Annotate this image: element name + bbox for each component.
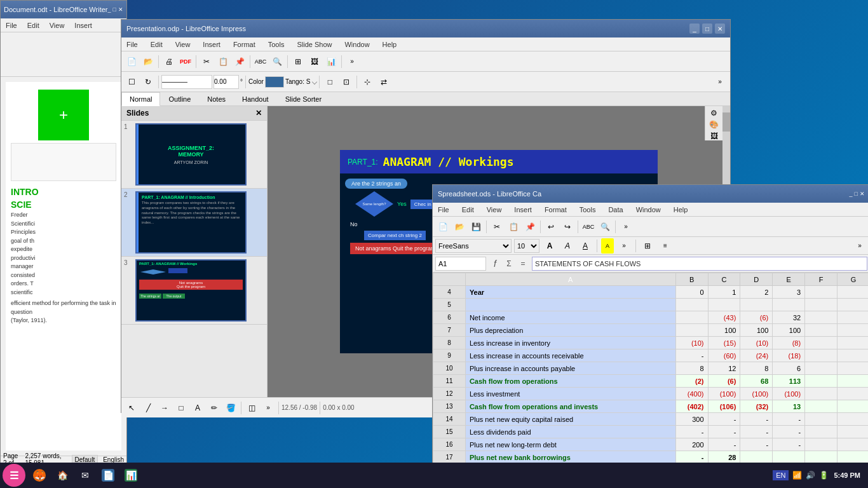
- image-btn[interactable]: 🖼: [307, 54, 322, 69]
- theme-dropdown-arrow[interactable]: [312, 79, 317, 84]
- cell-e14[interactable]: -: [773, 413, 805, 426]
- calc-italic[interactable]: A: [560, 238, 575, 254]
- cell-b15[interactable]: -: [675, 426, 708, 438]
- cell-f5[interactable]: [805, 299, 837, 311]
- cell-d15[interactable]: -: [740, 426, 773, 438]
- zoom-btn[interactable]: 🔍: [269, 54, 285, 69]
- cell-c10[interactable]: 12: [708, 362, 740, 375]
- cell-a9[interactable]: Less increase in accounts receivable: [465, 349, 675, 362]
- calc-merge[interactable]: ⊞: [640, 238, 655, 254]
- cell-f16[interactable]: [805, 438, 837, 451]
- cell-b7[interactable]: [675, 324, 708, 337]
- cell-f6[interactable]: [805, 311, 837, 324]
- cell-b17[interactable]: -: [675, 451, 708, 464]
- col-header-a[interactable]: A: [465, 273, 675, 286]
- cell-g16[interactable]: [837, 438, 868, 451]
- cell-g11[interactable]: [837, 375, 868, 388]
- calc-bold[interactable]: A: [542, 238, 557, 254]
- calc-menu-view[interactable]: View: [484, 205, 505, 215]
- calc-undo[interactable]: ↩: [543, 219, 559, 234]
- styles-icon[interactable]: 🎨: [709, 120, 719, 129]
- cell-f13[interactable]: [805, 400, 837, 413]
- calc-new[interactable]: 📄: [435, 219, 451, 234]
- calc-underline[interactable]: A: [578, 238, 593, 254]
- crop-btn[interactable]: ⊡: [339, 74, 354, 90]
- col-header-e[interactable]: E: [773, 273, 805, 286]
- cell-a10[interactable]: Plus increase in accounts payable: [465, 362, 675, 375]
- cell-g6[interactable]: [837, 311, 868, 324]
- rect-tool[interactable]: □: [173, 400, 189, 416]
- rotate-btn[interactable]: ↻: [140, 74, 156, 90]
- tab-slide-sorter[interactable]: Slide Sorter: [277, 92, 330, 105]
- cell-c16[interactable]: -: [708, 438, 740, 451]
- spellcheck-btn[interactable]: ABC: [253, 54, 268, 69]
- cell-g4[interactable]: [837, 286, 868, 299]
- impress-menu-insert[interactable]: Insert: [200, 39, 223, 50]
- gallery-icon[interactable]: 🖼: [710, 132, 718, 140]
- cell-c5[interactable]: [708, 299, 740, 311]
- cell-b8[interactable]: (10): [675, 337, 708, 349]
- paste-btn[interactable]: 📌: [232, 54, 247, 69]
- cell-a11[interactable]: Cash flow from operations: [465, 375, 675, 388]
- tab-normal[interactable]: Normal: [121, 92, 160, 106]
- cell-g15[interactable]: [837, 426, 868, 438]
- cell-d17[interactable]: [740, 451, 773, 464]
- taskbar-writer[interactable]: 📄: [97, 464, 119, 486]
- calc-menu-insert[interactable]: Insert: [512, 205, 534, 215]
- impress-menu-format[interactable]: Format: [231, 39, 258, 50]
- impress-menu-slideshow[interactable]: Slide Show: [294, 39, 334, 50]
- cell-c15[interactable]: -: [708, 426, 740, 438]
- calc-more2[interactable]: »: [852, 238, 867, 254]
- cell-c17[interactable]: 28: [708, 451, 740, 464]
- cell-a15[interactable]: Less dividends paid: [465, 426, 675, 438]
- cell-b4[interactable]: 0: [675, 286, 708, 299]
- impress-menu-tools[interactable]: Tools: [266, 39, 287, 50]
- cell-g10[interactable]: [837, 362, 868, 375]
- line-tool[interactable]: ╱: [140, 400, 156, 416]
- cell-c4[interactable]: 1: [708, 286, 740, 299]
- more3-btn[interactable]: »: [261, 400, 276, 416]
- cell-d9[interactable]: (24): [740, 349, 773, 362]
- volume-icon[interactable]: 🔊: [806, 471, 815, 480]
- cell-a14[interactable]: Plus net new equity capital raised: [465, 413, 675, 426]
- line-style-input[interactable]: [161, 75, 212, 89]
- cell-c11[interactable]: (6): [708, 375, 740, 388]
- scrollbar-thumb[interactable]: [722, 112, 730, 132]
- calc-spell[interactable]: ABC: [581, 219, 596, 234]
- cell-e11[interactable]: 113: [773, 375, 805, 388]
- open-btn[interactable]: 📂: [140, 54, 156, 69]
- cell-d14[interactable]: -: [740, 413, 773, 426]
- more2-btn[interactable]: »: [712, 74, 728, 90]
- arrow-tool[interactable]: →: [157, 400, 172, 416]
- cell-e17[interactable]: [773, 451, 805, 464]
- impress-menu-help[interactable]: Help: [380, 39, 400, 50]
- maximize-button[interactable]: □: [702, 24, 712, 34]
- cell-f12[interactable]: [805, 388, 837, 400]
- cell-e12[interactable]: (100): [773, 388, 805, 400]
- cell-e13[interactable]: 13: [773, 400, 805, 413]
- cell-e4[interactable]: 3: [773, 286, 805, 299]
- cell-d13[interactable]: (32): [740, 400, 773, 413]
- cell-reference[interactable]: A1: [435, 257, 486, 271]
- cell-b16[interactable]: 200: [675, 438, 708, 451]
- col-header-d[interactable]: D: [740, 273, 773, 286]
- impress-menu-file[interactable]: File: [124, 39, 140, 50]
- shadow3-btn[interactable]: ◫: [244, 400, 259, 416]
- calc-menu-file[interactable]: File: [435, 205, 452, 215]
- copy-btn[interactable]: 📋: [215, 54, 231, 69]
- calc-wrap[interactable]: ≡: [658, 238, 673, 254]
- slide-thumb-3[interactable]: 3 PART_1: ANAGRAM // Workings Not anagra…: [121, 257, 267, 325]
- cell-e7[interactable]: 100: [773, 324, 805, 337]
- cell-a6[interactable]: Net income: [465, 311, 675, 324]
- calc-font-name[interactable]: FreeSans: [435, 239, 512, 253]
- new-btn[interactable]: 📄: [124, 54, 139, 69]
- cell-a4[interactable]: Year: [465, 286, 675, 299]
- writer-menu-file[interactable]: File: [3, 20, 20, 30]
- cell-c12[interactable]: (100): [708, 388, 740, 400]
- cell-g7[interactable]: [837, 324, 868, 337]
- text-tool[interactable]: A: [190, 400, 205, 416]
- spray-tool[interactable]: ✏: [207, 400, 222, 416]
- table-btn[interactable]: ⊞: [290, 54, 306, 69]
- cell-f9[interactable]: [805, 349, 837, 362]
- impress-menu-window[interactable]: Window: [342, 39, 372, 50]
